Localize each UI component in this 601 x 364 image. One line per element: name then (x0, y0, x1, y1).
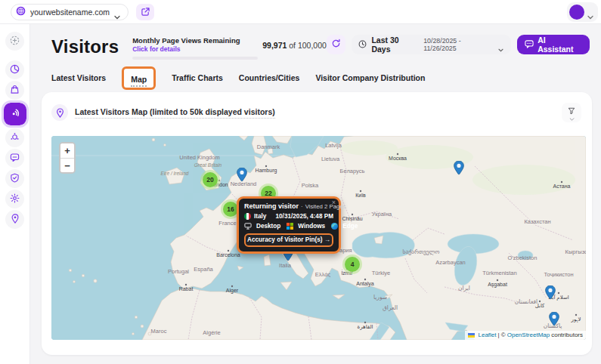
tooltip-close-icon[interactable]: × (332, 199, 336, 206)
map-label: Great Britain (194, 162, 222, 168)
map-label: Казахстан (524, 218, 550, 225)
quota-total: of 100,000 (287, 41, 327, 50)
map-label: United Kingdom (179, 154, 219, 161)
clock-icon (358, 38, 367, 51)
map-city-dot (364, 322, 366, 323)
map-label: افغانستان (515, 298, 537, 305)
sidebar-item-analytics[interactable] (5, 60, 24, 79)
chevron-down-icon (587, 9, 593, 15)
scan-icon (10, 131, 20, 145)
visitor-pin-marker[interactable] (237, 168, 247, 187)
map-label: Астана (553, 184, 571, 189)
header-controls: Last 30 Days 10/28/2025 - 11/26/2025 AI … (327, 35, 590, 54)
open-website-button[interactable] (136, 4, 154, 20)
tooltip-country: Italy (254, 213, 266, 220)
sidebar-item-create[interactable] (5, 32, 24, 51)
map-city-dot (558, 292, 559, 294)
map-label: Türkiye (372, 270, 391, 276)
tab-visitor-company-distribution[interactable]: Visitor Company Distribution (315, 73, 425, 82)
settings-icon (10, 193, 20, 206)
openstreetmap-link[interactable]: OpenStreetMap (507, 332, 550, 338)
map-label: Hamburg (256, 168, 277, 174)
map-label: Тоҷикистон (544, 271, 573, 278)
map-label: Беларусь (340, 168, 365, 174)
map-filter-button[interactable] (562, 103, 581, 122)
map-label: Danmark (257, 143, 280, 150)
tooltip-os: Windows (298, 223, 325, 230)
date-range-picker[interactable]: Last 30 Days 10/28/2025 - 11/26/2025 (352, 35, 511, 54)
leaflet-link[interactable]: Leaflet (478, 332, 496, 338)
visitor-pin-marker[interactable] (549, 312, 559, 331)
location-pin-icon (51, 104, 68, 121)
account-menu[interactable] (567, 2, 598, 22)
sidebar-item-orders[interactable] (5, 81, 24, 100)
filter-funnel-icon (568, 104, 575, 118)
sidebar-item-visitors[interactable] (4, 103, 26, 125)
map-label: لاہور (571, 316, 581, 322)
map-label: Maroc (151, 328, 167, 335)
quota-details-link[interactable]: Click for details (132, 45, 258, 53)
website-favicon-icon (16, 5, 26, 19)
cluster-count: 4 (345, 257, 360, 272)
map-label: القاهرة (358, 324, 373, 330)
quota-label: Monthly Page Views Remaining (132, 36, 258, 45)
map-label: Alger (226, 288, 239, 294)
visitor-cluster-marker[interactable]: 4 (342, 254, 362, 274)
refresh-button[interactable] (327, 35, 346, 54)
map-city-dot (575, 314, 577, 316)
attribution-separator: | © (498, 332, 506, 338)
map-city-dot (360, 190, 361, 192)
zoom-in-button[interactable]: + (60, 143, 74, 158)
shield-icon (10, 172, 20, 186)
map-tab-highlight-annotation: Map (122, 66, 156, 90)
tab-countries-cities[interactable]: Countries/Cities (239, 73, 300, 82)
visitors-icon (10, 107, 20, 121)
tooltip-pages: Visited 2 Pages (305, 203, 346, 210)
map-label: Ελλάς (315, 271, 331, 278)
quota-block: Monthly Page Views Remaining Click for d… (132, 36, 258, 60)
chevron-down-icon (114, 9, 120, 15)
tab-traffic-charts[interactable]: Traffic Charts (172, 73, 223, 82)
zoom-out-button[interactable]: − (60, 158, 74, 172)
tab-latest-visitors[interactable]: Latest Visitors (51, 73, 106, 82)
visitors-map[interactable]: DanmarkUnited KingdomGreat BritainEire /… (51, 136, 586, 340)
visitor-pin-marker[interactable] (454, 161, 464, 180)
sidebar-item-shield[interactable] (5, 169, 24, 188)
analytics-icon (10, 63, 20, 77)
map-label: Rabat (179, 286, 194, 292)
website-selector[interactable]: yourwebsitename.com (11, 4, 129, 20)
quota-used: 99,971 (262, 41, 287, 50)
sidebar-item-chat[interactable] (5, 149, 24, 168)
tooltip-device: Desktop (256, 223, 280, 230)
chevron-down-icon (498, 42, 504, 48)
ai-assistant-button[interactable]: AI Assistant (517, 35, 590, 54)
map-label: Barcelona (216, 252, 240, 258)
map-label: Москва (389, 156, 407, 161)
map-zoom-control: + − (59, 142, 76, 174)
sidebar-item-location[interactable] (5, 210, 24, 229)
sidebar (0, 24, 30, 364)
map-label: Україна (372, 211, 392, 217)
map-label: Eire / Ireland (161, 171, 189, 176)
map-city-dot (352, 214, 353, 215)
sidebar-item-settings[interactable] (5, 190, 24, 208)
visitor-pin-marker[interactable] (545, 285, 556, 304)
map-city-dot (364, 279, 366, 280)
accuracy-of-visitor-pins-button[interactable]: Accuracy of Visitor Pin(s) → (244, 233, 333, 247)
map-city-dot (497, 279, 498, 281)
topbar: yourwebsitename.com (0, 0, 601, 24)
italy-flag-icon (244, 213, 251, 220)
chat-icon (525, 38, 534, 51)
map-label: كابل (535, 303, 545, 308)
desktop-monitor-icon (244, 223, 252, 230)
map-label: Latvija (325, 142, 342, 149)
visitor-cluster-marker[interactable]: 20 (200, 170, 220, 190)
sidebar-item-scan[interactable] (5, 128, 24, 147)
map-label: Türkmenistan (482, 270, 516, 276)
tab-map[interactable]: Map (131, 75, 147, 87)
range-dates: 10/28/2025 - 11/26/2025 (423, 37, 494, 52)
avatar (569, 5, 584, 20)
map-label: Algérie (203, 329, 220, 336)
map-label: Portugal (168, 268, 189, 275)
map-label: España (194, 266, 213, 273)
